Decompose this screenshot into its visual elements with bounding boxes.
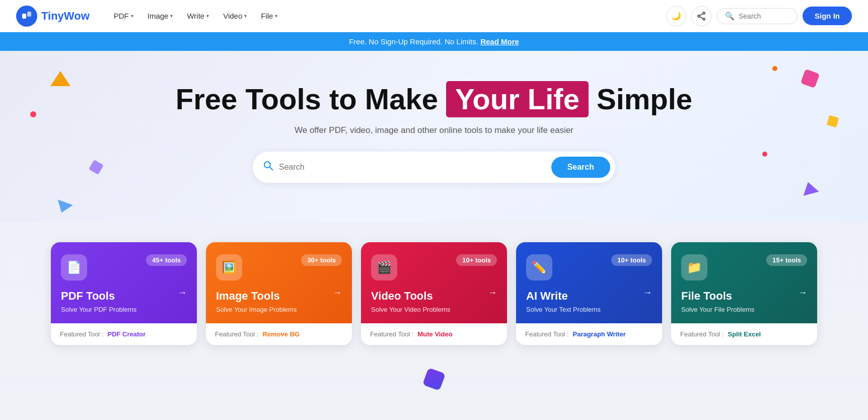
read-more-link[interactable]: Read More [480,37,519,46]
svg-point-2 [703,12,705,14]
featured-label-file: Featured Tool : [680,330,724,338]
promo-banner: Free. No Sign-Up Required. No Limits. Re… [0,32,868,51]
tools-badge-ai: 10+ tools [611,254,652,266]
featured-tool-file[interactable]: Split Excel [728,330,761,338]
card-header-ai: ✏️ 10+ tools [526,254,652,281]
featured-label-video: Featured Tool : [370,330,413,338]
card-file[interactable]: 📁 15+ tools File Tools → Solve Your File… [671,242,817,345]
svg-point-7 [264,162,270,168]
svg-rect-1 [27,12,31,17]
chevron-down-icon: ▾ [206,13,209,19]
card-bottom-ai: Featured Tool : Paragraph Writer [516,323,662,345]
search-icon: 🔍 [725,12,735,21]
chevron-down-icon: ▾ [170,13,173,19]
card-title-ai: AI Write → [526,290,652,303]
featured-tool-ai[interactable]: Paragraph Writer [572,330,625,338]
card-bottom-image: Featured Tool : Remove BG [206,323,352,345]
nav-image[interactable]: Image ▾ [141,8,179,24]
navbar-search-input[interactable] [739,12,789,20]
search-icon [263,160,274,174]
card-icon-ai: ✏️ [526,254,552,281]
card-bottom-video: Featured Tool : Mute Video [361,323,507,345]
card-top-ai: ✏️ 10+ tools AI Write → Solve Your Text … [516,242,662,323]
card-subtitle-ai: Solve Your Text Problems [526,306,652,313]
featured-label-ai: Featured Tool : [525,330,568,338]
tools-badge-video: 10+ tools [456,254,497,266]
svg-rect-0 [22,14,26,19]
deco-dot-red2 [762,152,767,157]
navbar-search[interactable]: 🔍 [716,8,798,24]
card-icon-pdf: 📄 [61,254,87,281]
hero-search-bar: Search [253,152,615,183]
card-icon-video: 🎬 [371,254,397,281]
card-icon-image: 🖼️ [216,254,242,281]
navbar: TinyWow PDF ▾ Image ▾ Write ▾ Video ▾ Fi… [0,0,868,32]
card-subtitle-image: Solve Your Image Problems [216,306,342,313]
share-button[interactable] [691,6,711,26]
card-title-image: Image Tools → [216,290,342,303]
nav-pdf[interactable]: PDF ▾ [108,8,139,24]
card-icon-file: 📁 [681,254,707,281]
featured-label-image: Featured Tool : [215,330,258,338]
featured-tool-image[interactable]: Remove BG [262,330,300,338]
card-top-pdf: 📄 45+ tools PDF Tools → Solve Your PDF P… [51,242,197,323]
hero-section: Free Tools to Make Your Life Simple We o… [0,51,868,222]
nav-links: PDF ▾ Image ▾ Write ▾ Video ▾ File ▾ [108,8,666,24]
svg-point-3 [703,18,705,20]
card-subtitle-video: Solve Your Video Problems [371,306,497,313]
chevron-down-icon: ▾ [275,13,277,19]
svg-line-6 [700,17,703,19]
dark-mode-toggle[interactable]: 🌙 [666,6,686,26]
card-pdf[interactable]: 📄 45+ tools PDF Tools → Solve Your PDF P… [51,242,197,345]
hero-search-button[interactable]: Search [551,157,610,178]
card-title-video: Video Tools → [371,290,497,303]
svg-point-4 [698,15,700,17]
arrow-icon: → [178,288,187,298]
card-subtitle-file: Solve Your File Problems [681,306,807,313]
card-title-pdf: PDF Tools → [61,290,187,303]
nav-video[interactable]: Video ▾ [217,8,253,24]
hero-search-input[interactable] [279,163,551,172]
card-image[interactable]: 🖼️ 30+ tools Image Tools → Solve Your Im… [206,242,352,345]
card-ai[interactable]: ✏️ 10+ tools AI Write → Solve Your Text … [516,242,662,345]
arrow-icon: → [643,288,652,298]
card-header-file: 📁 15+ tools [681,254,807,281]
chevron-down-icon: ▾ [131,13,133,19]
tools-badge-pdf: 45+ tools [146,254,187,266]
card-header-pdf: 📄 45+ tools [61,254,187,281]
logo[interactable]: TinyWow [16,6,90,27]
card-top-video: 🎬 10+ tools Video Tools → Solve Your Vid… [361,242,507,323]
featured-tool-video[interactable]: Mute Video [417,330,452,338]
chevron-down-icon: ▾ [244,13,247,19]
nav-write[interactable]: Write ▾ [181,8,215,24]
sign-in-button[interactable]: Sign In [803,7,852,25]
deco-dot-orange [772,66,777,71]
card-subtitle-pdf: Solve Your PDF Problems [61,306,187,313]
tool-cards: 📄 45+ tools PDF Tools → Solve Your PDF P… [0,222,868,375]
svg-line-8 [270,167,273,170]
nav-file[interactable]: File ▾ [255,8,283,24]
card-bottom-file: Featured Tool : Split Excel [671,323,817,345]
card-title-file: File Tools → [681,290,807,303]
arrow-icon: → [798,288,807,298]
deco-triangle-purple-right [800,180,819,195]
card-bottom-pdf: Featured Tool : PDF Creator [51,323,197,345]
arrow-icon: → [333,288,342,298]
nav-actions: 🌙 🔍 Sign In [666,6,852,26]
card-video[interactable]: 🎬 10+ tools Video Tools → Solve Your Vid… [361,242,507,345]
card-top-file: 📁 15+ tools File Tools → Solve Your File… [671,242,817,323]
logo-text: TinyWow [41,10,90,23]
card-header-video: 🎬 10+ tools [371,254,497,281]
arrow-icon: → [488,288,497,298]
tools-badge-file: 15+ tools [766,254,807,266]
card-top-image: 🖼️ 30+ tools Image Tools → Solve Your Im… [206,242,352,323]
logo-icon [16,6,37,27]
hero-subtitle: We offer PDF, video, image and other onl… [20,125,848,135]
svg-line-5 [700,14,703,16]
tools-badge-image: 30+ tools [301,254,342,266]
card-header-image: 🖼️ 30+ tools [216,254,342,281]
featured-tool-pdf[interactable]: PDF Creator [107,330,146,338]
deco-triangle-blue-left [54,199,73,216]
hero-highlight: Your Life [446,81,589,117]
deco-shape-purple [89,160,104,175]
